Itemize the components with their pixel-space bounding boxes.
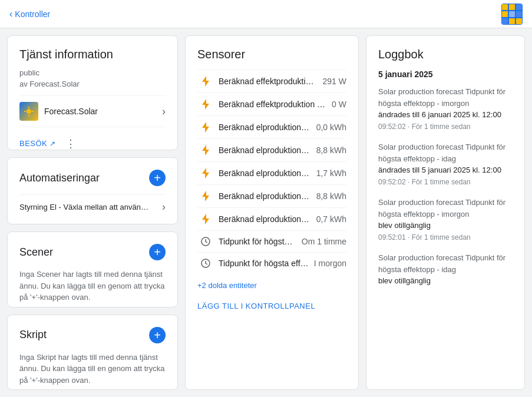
scenes-title: Scener <box>19 246 53 259</box>
lightning-icon <box>197 191 214 201</box>
service-author: av Forecast.Solar <box>19 80 166 88</box>
sensor-name: Tidpunkt för högsta e... <box>219 237 297 246</box>
logbook-title: Loggbok <box>378 48 513 61</box>
scenes-card: Scener + Inga Scener har lagts till med … <box>7 231 178 307</box>
app-icon <box>501 4 523 25</box>
scenes-description: Inga Scener har lagts till med denna tjä… <box>19 269 166 303</box>
lightning-icon <box>197 122 214 133</box>
log-action: ändrades till 5 januari 2025 kl. 12:00 <box>378 166 501 174</box>
back-icon: ‹ <box>9 9 12 19</box>
right-column: Loggbok 5 januari 2025 Solar production … <box>366 35 525 390</box>
back-label: Kontroller <box>15 9 50 19</box>
sensor-value: 8,8 kWh <box>316 191 346 201</box>
sensor-row[interactable]: Beräknad elproduktion - d...0,0 kWh <box>197 115 346 138</box>
sensor-row[interactable]: Beräknad elproduktion - i...1,7 kWh <box>197 161 346 184</box>
log-action: ändrades till 6 januari 2025 kl. 12:00 <box>378 110 501 119</box>
logbook-card: Loggbok 5 januari 2025 Solar production … <box>366 35 525 390</box>
sensor-name: Tidpunkt för högsta effek... <box>219 259 309 268</box>
lightning-icon <box>197 76 214 87</box>
lightning-icon <box>197 99 214 110</box>
sensor-row[interactable]: Beräknad elproduktion - id...8,8 kWh <box>197 138 346 161</box>
left-column: Tjänst information public av Forecast.So… <box>7 35 178 390</box>
lightning-icon <box>197 168 214 178</box>
logbook-scroll[interactable]: 5 januari 2025 Solar production forecast… <box>378 70 513 378</box>
service-title: Tjänst information <box>19 48 166 61</box>
svg-marker-8 <box>202 145 209 156</box>
brand-name: Forecast.Solar <box>44 107 98 116</box>
sensor-row[interactable]: Tidpunkt för högsta e...Om 1 timme <box>197 230 346 252</box>
sensor-name: Beräknad elproduktion - d... <box>219 123 312 132</box>
log-entry: Solar production forecast Tidpunkt för h… <box>378 197 513 243</box>
sensor-name: Beräknad elproduktion - n... <box>219 214 312 224</box>
sensor-value: 291 W <box>323 77 346 86</box>
grid-cell <box>509 11 515 17</box>
log-time: 09:52:02 · För 1 timme sedan <box>378 178 471 186</box>
grid-cell <box>502 11 508 17</box>
grid-cell <box>516 4 522 10</box>
sensors-list: Beräknad effektproduktion -...291 WBeräk… <box>197 70 346 274</box>
log-time: 09:52:01 · För 1 timme sedan <box>378 233 471 241</box>
grid-cell <box>502 4 508 10</box>
scripts-description: Inga Skript har lagts till med denna tjä… <box>19 352 166 386</box>
sensor-value: 8,8 kWh <box>316 145 346 155</box>
sensor-value: 0 W <box>332 100 346 109</box>
svg-marker-7 <box>202 122 209 133</box>
sensor-row[interactable]: Beräknad elproduktion - kv...8,8 kWh <box>197 184 346 207</box>
grid-cell <box>516 11 522 17</box>
log-entry: Solar production forecast Tidpunkt för h… <box>378 141 513 187</box>
add-script-button[interactable]: + <box>149 327 166 343</box>
add-to-panel-button[interactable]: LÄGG TILL I KONTROLLPANEL <box>197 295 315 313</box>
sensor-name: Beräknad elproduktion - kv... <box>219 191 312 201</box>
solar-grid-icon <box>501 4 523 25</box>
sensor-row[interactable]: Beräknad effektproduktion -...291 W <box>197 70 346 92</box>
service-actions: BESÖK ↗ ⋮ <box>19 134 166 150</box>
brand-icon <box>19 102 38 121</box>
svg-marker-11 <box>202 214 209 224</box>
forecast-solar-icon <box>23 105 35 117</box>
visit-label: BESÖK <box>19 139 47 148</box>
scripts-header: Skript + <box>19 327 166 343</box>
back-button[interactable]: ‹ Kontroller <box>9 9 50 19</box>
hidden-entities-link[interactable]: +2 dolda entiteter <box>197 274 346 295</box>
scenes-header: Scener + <box>19 244 166 260</box>
chevron-right-icon: › <box>162 105 166 118</box>
sensor-name: Beräknad elproduktion - i... <box>219 168 312 178</box>
clock-icon <box>197 259 214 268</box>
log-title: Solar production forecast Tidpunkt för h… <box>378 143 505 163</box>
scripts-card: Skript + Inga Skript har lagts till med … <box>7 315 178 390</box>
sensor-row[interactable]: Beräknad effektproduktion - n...0 W <box>197 92 346 115</box>
sensor-name: Beräknad effektproduktion - n... <box>219 100 327 109</box>
visit-button[interactable]: BESÖK ↗ <box>19 134 56 150</box>
automations-title: Automatiseringar <box>19 172 100 184</box>
log-title: Solar production forecast Tidpunkt för h… <box>378 87 505 108</box>
log-date: 5 januari 2025 <box>378 70 513 79</box>
lightning-icon <box>197 214 214 224</box>
add-automation-button[interactable]: + <box>149 170 166 186</box>
log-entry: Solar production forecast Tidpunkt för h… <box>378 86 513 132</box>
log-entry: Solar production forecast Tidpunkt för h… <box>378 252 513 287</box>
clock-icon <box>197 237 214 246</box>
svg-marker-6 <box>202 99 209 110</box>
automations-card: Automatiseringar + Styrning El - Växla m… <box>7 157 178 224</box>
svg-marker-9 <box>202 168 209 178</box>
sensor-row[interactable]: Tidpunkt för högsta effek...I morgon <box>197 252 346 274</box>
automation-item[interactable]: Styrning El - Växla mellan att använda .… <box>19 194 166 219</box>
sensors-title: Sensorer <box>197 48 346 61</box>
svg-marker-10 <box>202 191 209 201</box>
service-brand-link[interactable]: Forecast.Solar › <box>19 95 166 127</box>
sensor-value: 0,7 kWh <box>316 214 346 224</box>
grid-cell <box>502 18 508 24</box>
log-title: Solar production forecast Tidpunkt för h… <box>378 198 505 219</box>
top-navigation: ‹ Kontroller <box>0 0 532 28</box>
sensor-row[interactable]: Beräknad elproduktion - n...0,7 kWh <box>197 207 346 230</box>
more-options-button[interactable]: ⋮ <box>65 137 76 150</box>
service-visibility: public <box>19 68 166 77</box>
log-time: 09:52:02 · För 1 timme sedan <box>378 123 471 131</box>
service-info-card: Tjänst information public av Forecast.So… <box>7 35 178 150</box>
sensor-value: I morgon <box>314 259 346 268</box>
external-link-icon: ↗ <box>49 140 56 148</box>
log-action: blev otillgänglig <box>378 221 431 230</box>
add-scene-button[interactable]: + <box>149 244 166 260</box>
automation-label: Styrning El - Växla mellan att använda .… <box>19 203 149 211</box>
log-title: Solar production forecast Tidpunkt för h… <box>378 253 505 274</box>
